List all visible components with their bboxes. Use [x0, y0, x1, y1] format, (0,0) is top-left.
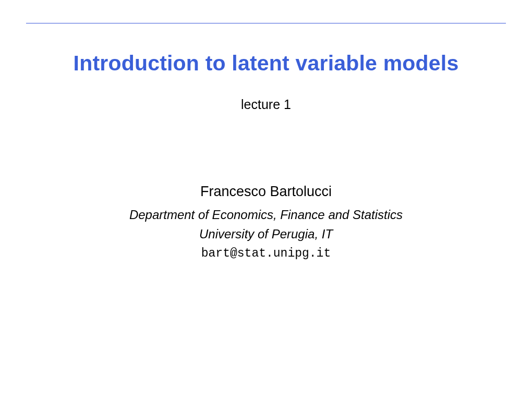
author-email: bart@stat.unipg.it [0, 247, 532, 260]
author-department: Department of Economics, Finance and Sta… [0, 205, 532, 224]
author-block: Francesco Bartolucci Department of Econo… [0, 184, 532, 260]
slide-title: Introduction to latent variable models [0, 51, 532, 76]
author-university: University of Perugia, IT [0, 224, 532, 244]
top-rule [26, 23, 506, 23]
author-name: Francesco Bartolucci [0, 184, 532, 200]
slide-subtitle: lecture 1 [0, 97, 532, 112]
